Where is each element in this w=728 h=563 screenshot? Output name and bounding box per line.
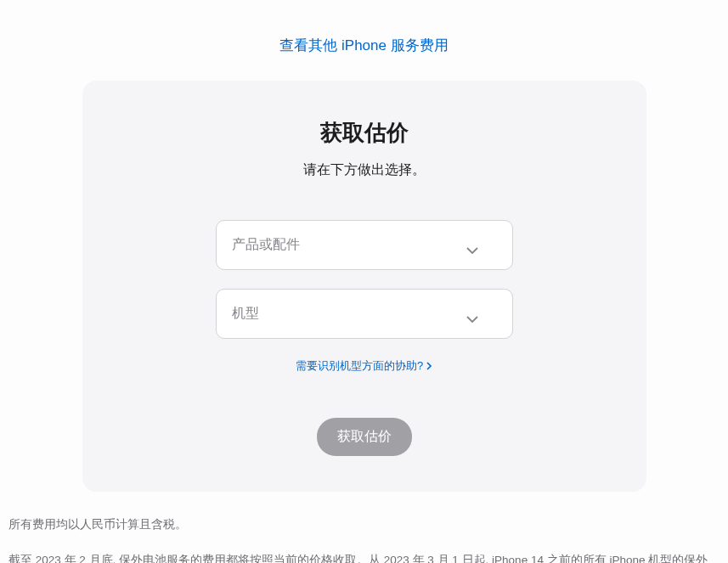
product-select-wrapper: 产品或配件 xyxy=(216,220,513,270)
card-subtitle: 请在下方做出选择。 xyxy=(133,161,595,179)
footer-note-tax: 所有费用均以人民币计算且含税。 xyxy=(8,514,720,536)
help-link-text: 需要识别机型方面的协助? xyxy=(296,358,423,374)
card-title: 获取估价 xyxy=(133,118,595,148)
model-select-placeholder: 机型 xyxy=(232,305,259,323)
product-select[interactable]: 产品或配件 xyxy=(216,220,513,270)
footer-note-price-change: 截至 2023 年 2 月底, 保外电池服务的费用都将按照当前的价格收取。从 2… xyxy=(8,549,720,563)
chevron-down-icon xyxy=(466,242,478,249)
top-link-container: 查看其他 iPhone 服务费用 xyxy=(0,0,728,81)
identify-model-help-link[interactable]: 需要识别机型方面的协助? xyxy=(296,358,432,374)
view-other-services-link[interactable]: 查看其他 iPhone 服务费用 xyxy=(279,37,448,53)
help-link-container: 需要识别机型方面的协助? xyxy=(133,358,595,374)
product-select-placeholder: 产品或配件 xyxy=(232,236,300,254)
footer-note2-main: 截至 2023 年 2 月底, 保外电池服务的费用都将按照当前的价格收取。从 2… xyxy=(8,554,708,563)
footer-notes: 所有费用均以人民币计算且含税。 截至 2023 年 2 月底, 保外电池服务的费… xyxy=(0,492,728,563)
model-select-wrapper: 机型 xyxy=(216,289,513,339)
get-estimate-button[interactable]: 获取估价 xyxy=(317,418,412,456)
chevron-down-icon xyxy=(466,311,478,318)
model-select[interactable]: 机型 xyxy=(216,289,513,339)
estimate-card: 获取估价 请在下方做出选择。 产品或配件 机型 需要识别机型方面的协助? 获取估… xyxy=(82,81,646,492)
chevron-right-icon xyxy=(426,362,432,370)
